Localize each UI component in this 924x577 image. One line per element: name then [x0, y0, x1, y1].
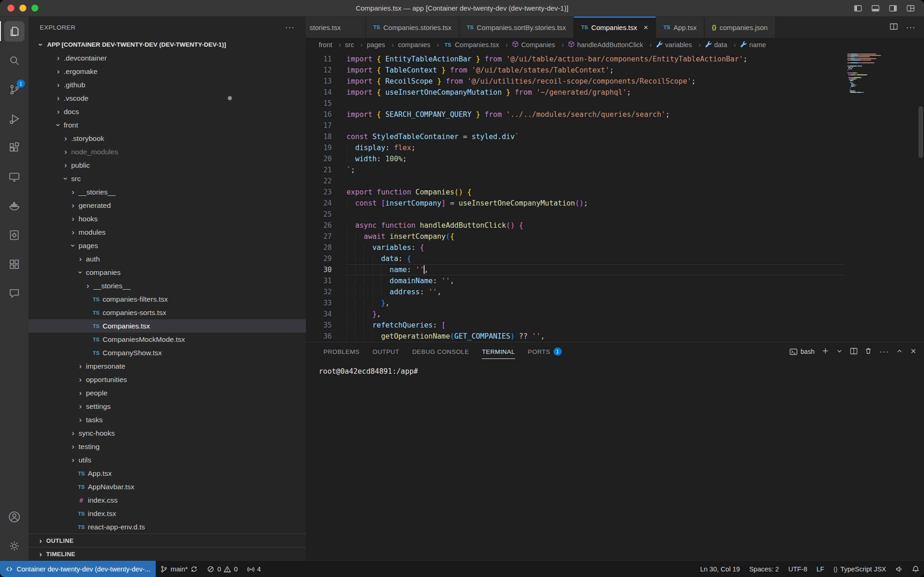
panel-tab-ports[interactable]: PORTS1 — [523, 342, 566, 361]
code-line-13[interactable]: 13import { RecoilScope } from '@/ui/util… — [306, 76, 924, 87]
git-branch-item[interactable]: main* — [156, 561, 202, 577]
code-line-31[interactable]: 31 domainName: '', — [306, 275, 924, 286]
code-line-12[interactable]: 12import { TableContext } from '@/ui/tab… — [306, 65, 924, 76]
ports-item[interactable]: 4 — [243, 561, 266, 577]
close-panel-icon[interactable] — [910, 348, 917, 356]
code-line-15[interactable]: 15 — [306, 98, 924, 109]
new-terminal-icon[interactable] — [822, 347, 829, 356]
code-line-28[interactable]: 28 variables: { — [306, 242, 924, 253]
panel-tab-debug-console[interactable]: DEBUG CONSOLE — [407, 342, 474, 361]
code-line-23[interactable]: 23export function Companies() { — [306, 187, 924, 198]
tree-folder-__stories__[interactable]: __stories__ — [29, 185, 306, 199]
editor-more-actions-icon[interactable]: ··· — [906, 23, 916, 32]
tree-file-AppNavbar.tsx[interactable]: TSAppNavbar.tsx — [29, 480, 306, 493]
activity-explorer[interactable] — [0, 17, 29, 46]
code-line-36[interactable]: 36 getOperationName(GET_COMPANIES) ?? ''… — [306, 331, 924, 342]
tree-file-Companies.tsx[interactable]: TSCompanies.tsx — [29, 319, 306, 333]
editor-tab-App.tsx[interactable]: TSApp.tsx — [656, 17, 705, 38]
code-line-33[interactable]: 33 }, — [306, 298, 924, 309]
section-header-outline[interactable]: OUTLINE — [29, 534, 306, 547]
tree-file-companies-sorts.tsx[interactable]: TScompanies-sorts.tsx — [29, 306, 306, 319]
breadcrumb-Companies[interactable]: Companies — [512, 41, 568, 49]
code-line-35[interactable]: 35 refetchQueries: [ — [306, 320, 924, 331]
breadcrumb-variables[interactable]: variables — [656, 41, 705, 49]
toggle-sidebar-right-icon[interactable] — [889, 5, 897, 12]
tree-folder-impersonate[interactable]: impersonate — [29, 359, 306, 373]
line-col-item[interactable]: Ln 30, Col 19 — [695, 561, 744, 577]
tree-file-index.tsx[interactable]: TSindex.tsx — [29, 507, 306, 520]
panel-tab-problems[interactable]: PROBLEMS — [319, 342, 364, 361]
code-line-24[interactable]: 24 const [insertCompany] = useInsertOneC… — [306, 198, 924, 209]
panel-tab-terminal[interactable]: TERMINAL — [477, 342, 519, 361]
activity-run-debug[interactable] — [0, 104, 29, 133]
indentation-item[interactable]: Spaces: 2 — [745, 561, 784, 577]
tree-folder-front[interactable]: front — [29, 118, 306, 132]
tree-folder-hooks[interactable]: hooks — [29, 212, 306, 225]
code-line-16[interactable]: 16import { SEARCH_COMPANY_QUERY } from '… — [306, 109, 924, 120]
tree-folder-tasks[interactable]: tasks — [29, 413, 306, 426]
tree-file-index.css[interactable]: #index.css — [29, 493, 306, 507]
editor-tab-companies.json[interactable]: {}companies.json — [705, 17, 776, 38]
activity-comments[interactable] — [0, 279, 29, 308]
code-line-17[interactable]: 17 — [306, 120, 924, 131]
code-line-14[interactable]: 14import { useInsertOneCompanyMutation }… — [306, 87, 924, 98]
workspace-section-header[interactable]: APP [CONTAINER DEV-TWENTY-DEV (DEV-TWENT… — [29, 38, 306, 51]
toggle-panel-icon[interactable] — [871, 5, 880, 12]
terminal-shell-selector[interactable]: bash — [790, 348, 815, 355]
split-terminal-icon[interactable] — [850, 348, 857, 356]
breadcrumb-companies[interactable]: companies — [398, 41, 443, 49]
code-line-18[interactable]: 18const StyledTableContainer = styled.di… — [306, 131, 924, 142]
tree-folder-__stories__[interactable]: __stories__ — [29, 279, 306, 292]
breadcrumb-src[interactable]: src — [345, 41, 367, 49]
code-line-20[interactable]: 20 width: 100%; — [306, 153, 924, 164]
code-line-11[interactable]: 11import { EntityTableActionBar } from '… — [306, 54, 924, 65]
tree-file-companies-filters.tsx[interactable]: TScompanies-filters.tsx — [29, 292, 306, 306]
editor-scrollbar-thumb[interactable] — [918, 106, 923, 158]
code-line-25[interactable]: 25 — [306, 209, 924, 220]
maximize-window-button[interactable] — [31, 5, 38, 12]
maximize-panel-icon[interactable] — [896, 348, 903, 356]
tree-folder-src[interactable]: src — [29, 172, 306, 185]
breadcrumb-name[interactable]: name — [740, 41, 766, 49]
customize-layout-icon[interactable] — [906, 5, 915, 12]
activity-docker[interactable] — [0, 191, 29, 220]
tree-folder-.github[interactable]: .github — [29, 78, 306, 91]
code-line-22[interactable]: 22 — [306, 176, 924, 187]
close-tab-icon[interactable]: × — [644, 24, 648, 31]
tree-folder-node_modules[interactable]: node_modules — [29, 145, 306, 158]
tree-folder-sync-hooks[interactable]: sync-hooks — [29, 426, 306, 440]
kill-terminal-icon[interactable] — [865, 347, 872, 356]
announcement-item[interactable] — [891, 561, 907, 577]
tree-file-CompanyShow.tsx[interactable]: TSCompanyShow.tsx — [29, 346, 306, 359]
tree-folder-docs[interactable]: docs — [29, 105, 306, 118]
notifications-item[interactable] — [907, 561, 924, 577]
toggle-sidebar-left-icon[interactable] — [854, 5, 862, 12]
panel-tab-output[interactable]: OUTPUT — [368, 342, 404, 361]
problems-item[interactable]: 0 0 — [202, 561, 242, 577]
editor-tab-Companies.sortBy.stories.tsx[interactable]: TSCompanies.sortBy.stories.tsx — [459, 17, 574, 38]
code-line-30[interactable]: 30 name: '', — [306, 264, 924, 275]
minimap[interactable] — [847, 54, 917, 93]
editor-tab-stories.tsx[interactable]: stories.tsx — [306, 17, 366, 38]
activity-accounts[interactable] — [0, 502, 29, 531]
terminal-dropdown-icon[interactable] — [836, 348, 843, 356]
encoding-item[interactable]: UTF-8 — [784, 561, 812, 577]
code-line-26[interactable]: 26 async function handleAddButtonClick()… — [306, 220, 924, 231]
tree-folder-companies[interactable]: companies — [29, 266, 306, 279]
breadcrumb-handleAddButtonClick[interactable]: handleAddButtonClick — [568, 41, 656, 49]
activity-search[interactable] — [0, 46, 29, 75]
activity-settings[interactable] — [0, 531, 29, 560]
breadcrumb-data[interactable]: data — [705, 41, 740, 49]
explorer-more-actions-icon[interactable]: ··· — [285, 23, 295, 32]
code-editor-viewport[interactable]: 10import { WithTopBarContainer } from '@… — [306, 52, 924, 342]
code-line-21[interactable]: 21`; — [306, 164, 924, 176]
terminal[interactable]: root@0a42ecd84891:/app# — [306, 361, 924, 560]
eol-item[interactable]: LF — [812, 561, 829, 577]
code-line-27[interactable]: 27 await insertCompany({ — [306, 231, 924, 242]
tree-folder-auth[interactable]: auth — [29, 252, 306, 266]
tree-folder-pages[interactable]: pages — [29, 239, 306, 252]
minimize-window-button[interactable] — [19, 5, 26, 12]
tree-folder-settings[interactable]: settings — [29, 400, 306, 413]
tree-file-react-app-env.d.ts[interactable]: TSreact-app-env.d.ts — [29, 520, 306, 534]
tree-folder-.ergomake[interactable]: .ergomake — [29, 65, 306, 78]
